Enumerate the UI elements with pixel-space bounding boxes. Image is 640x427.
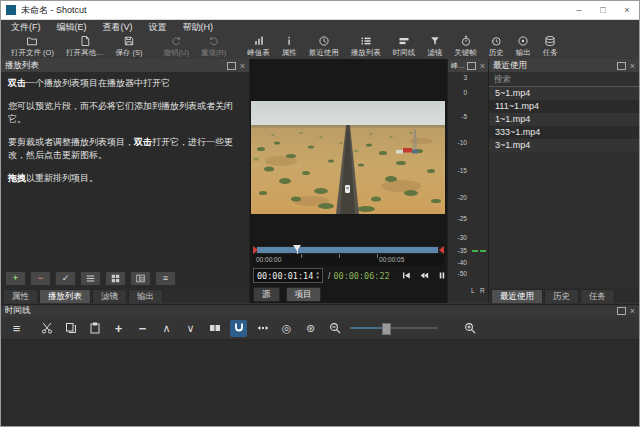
- db-label: -15: [448, 167, 467, 174]
- close-panel-icon[interactable]: ×: [630, 62, 635, 70]
- right-dock-tabs: 最近使用 历史 任务: [489, 288, 639, 303]
- snap-toggle-button[interactable]: [230, 320, 247, 337]
- left-dock-tabs: 属性 播放列表 滤镜 输出: [1, 288, 249, 303]
- tab-jobs[interactable]: 任务: [580, 289, 615, 303]
- tab-export[interactable]: 输出: [128, 289, 163, 303]
- tab-playlist[interactable]: 播放列表: [39, 289, 91, 303]
- playhead[interactable]: [293, 245, 301, 251]
- ruler-tick: [301, 254, 302, 258]
- recent-file-item[interactable]: 333~1.mp4: [489, 126, 639, 139]
- left-channel-label: L: [471, 287, 475, 294]
- append-button[interactable]: +: [110, 320, 127, 337]
- ripple-all-tracks-button[interactable]: ⊛: [302, 320, 319, 337]
- jobs-icon: [544, 35, 556, 47]
- open-file-button[interactable]: 打开文件 (O): [5, 34, 60, 59]
- menu-settings[interactable]: 设置: [141, 20, 175, 34]
- toggle-filters-button[interactable]: 滤镜: [421, 34, 448, 59]
- tab-properties[interactable]: 属性: [3, 289, 38, 303]
- close-panel-icon[interactable]: ×: [480, 62, 485, 70]
- tab-filters[interactable]: 滤镜: [92, 289, 127, 303]
- recent-file-item[interactable]: 3~1.mp4: [489, 139, 639, 152]
- tab-project[interactable]: 项目: [286, 287, 321, 302]
- ripple-toggle-button[interactable]: ◎: [278, 320, 295, 337]
- rewind-button[interactable]: [419, 271, 429, 280]
- toggle-keyframes-button[interactable]: 关键帧: [448, 34, 483, 59]
- toggle-history-button[interactable]: 历史: [483, 34, 510, 59]
- playlist-panel: 播放列表 × 双击一个播放列表项目在播放器中打开它 您可以预览片段，而不必将它们…: [1, 59, 250, 303]
- overwrite-button[interactable]: ∨: [182, 320, 199, 337]
- playlist-icon: [360, 35, 372, 47]
- timeline-panel: 时间线 × ≡ + − ∧ ∨ ◎ ⊛: [1, 304, 639, 426]
- playlist-panel-title: 播放列表: [5, 60, 39, 72]
- tab-recent[interactable]: 最近使用: [491, 289, 543, 303]
- float-panel-icon[interactable]: [227, 62, 236, 70]
- toggle-jobs-button[interactable]: 任务: [537, 34, 564, 59]
- recent-panel-title: 最近使用: [493, 60, 527, 72]
- playlist-update-button[interactable]: ✓: [55, 271, 76, 286]
- undo-button[interactable]: 撤销(U): [158, 34, 195, 59]
- save-button[interactable]: 保存 (S): [109, 34, 148, 59]
- zoom-slider-handle[interactable]: [382, 323, 391, 335]
- playlist-help-text: 双击一个播放列表项目在播放器中打开它 您可以预览片段，而不必将它们添加到播放列表…: [1, 72, 249, 269]
- recent-file-item[interactable]: 5~1.mp4: [489, 87, 639, 100]
- close-panel-icon[interactable]: ×: [630, 307, 635, 315]
- zoom-in-button[interactable]: [461, 320, 478, 337]
- float-panel-icon[interactable]: [617, 62, 626, 70]
- lift-button[interactable]: ∧: [158, 320, 175, 337]
- tab-source[interactable]: 源: [253, 287, 280, 302]
- menu-help[interactable]: 帮助(H): [175, 20, 222, 34]
- minimize-button[interactable]: –: [567, 1, 591, 19]
- out-point-marker[interactable]: [439, 246, 444, 254]
- toggle-properties-button[interactable]: 属性: [276, 34, 303, 59]
- tab-history[interactable]: 历史: [544, 289, 579, 303]
- time-ruler[interactable]: 00:00:00 00:00:05: [253, 254, 444, 266]
- close-panel-icon[interactable]: ×: [240, 62, 245, 70]
- timeline-zoom-slider[interactable]: [350, 322, 438, 334]
- scrub-while-dragging-button[interactable]: [254, 320, 271, 337]
- toggle-recent-button[interactable]: 最近使用: [303, 34, 345, 59]
- view-icons-button[interactable]: [105, 271, 126, 286]
- split-button[interactable]: [206, 320, 223, 337]
- titlebar: 未命名 - Shotcut – □ ×: [1, 1, 639, 20]
- copy-button[interactable]: [62, 320, 79, 337]
- zoom-out-button[interactable]: [326, 320, 343, 337]
- recent-file-item[interactable]: 1~1.mp4: [489, 113, 639, 126]
- playlist-panel-titlebar: 播放列表 ×: [1, 59, 249, 72]
- timeline-menu-button[interactable]: ≡: [8, 320, 25, 337]
- seek-bar[interactable]: [253, 246, 444, 254]
- view-tiles-button[interactable]: [130, 271, 151, 286]
- playlist-add-button[interactable]: +: [5, 271, 26, 286]
- float-panel-icon[interactable]: [467, 62, 476, 70]
- keyframes-icon: [460, 35, 472, 47]
- recent-file-item[interactable]: 111~1.mp4: [489, 100, 639, 113]
- open-other-button[interactable]: 打开其他…: [60, 34, 110, 59]
- redo-button[interactable]: 重做(R): [195, 34, 232, 59]
- spin-down-icon[interactable]: ▼: [316, 276, 319, 281]
- float-panel-icon[interactable]: [617, 307, 626, 315]
- skip-previous-button[interactable]: [401, 271, 411, 280]
- maximize-button[interactable]: □: [591, 1, 615, 19]
- cut-button[interactable]: [38, 320, 55, 337]
- recent-panel-titlebar: 最近使用 ×: [489, 59, 639, 72]
- playlist-menu-button[interactable]: ≡: [155, 271, 176, 286]
- menu-file[interactable]: 文件(F): [3, 20, 49, 34]
- menu-view[interactable]: 查看(V): [95, 20, 141, 34]
- trim-region[interactable]: [257, 247, 438, 253]
- toggle-export-button[interactable]: 输出: [510, 34, 537, 59]
- toggle-timeline-button[interactable]: 时间线: [387, 34, 422, 59]
- time-spin-buttons[interactable]: ▲ ▼: [316, 271, 319, 280]
- close-button[interactable]: ×: [615, 1, 639, 19]
- current-time-spinner[interactable]: 00:00:01:14 ▲ ▼: [253, 268, 323, 283]
- toggle-peak-meter-button[interactable]: 峰值表: [241, 34, 276, 59]
- recent-search-input[interactable]: [489, 72, 639, 87]
- playlist-remove-button[interactable]: −: [30, 271, 51, 286]
- paste-button[interactable]: [86, 320, 103, 337]
- open-file-icon: [26, 35, 38, 47]
- pause-button[interactable]: [437, 271, 447, 280]
- timeline-tracks-area[interactable]: [1, 340, 639, 426]
- menu-edit[interactable]: 编辑(E): [49, 20, 95, 34]
- view-details-button[interactable]: [80, 271, 101, 286]
- shotcut-window: 未命名 - Shotcut – □ × 文件(F) 编辑(E) 查看(V) 设置…: [0, 0, 640, 427]
- ripple-delete-button[interactable]: −: [134, 320, 151, 337]
- toggle-playlist-button[interactable]: 播放列表: [345, 34, 387, 59]
